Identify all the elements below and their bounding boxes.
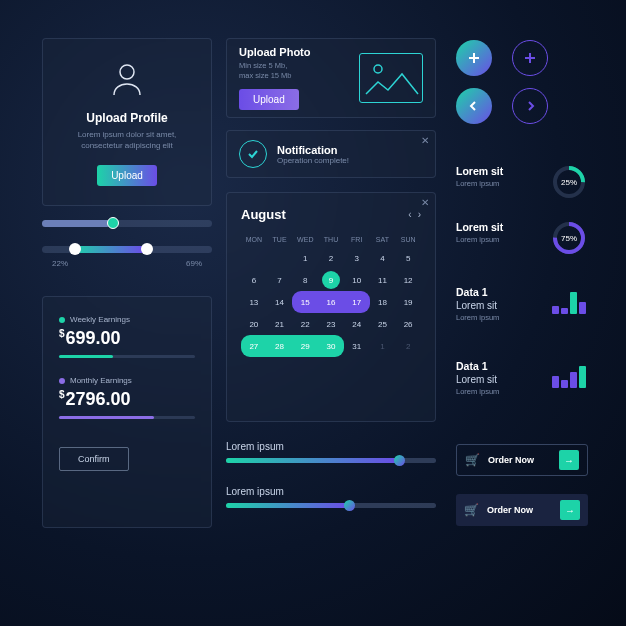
calendar-day[interactable]: 6 [241, 269, 267, 291]
circle-button-group [456, 40, 548, 124]
calendar-card: ✕ August ‹ › MONTUEWEDTHUFRISATSUN123456… [226, 192, 436, 422]
add-button-filled[interactable] [456, 40, 492, 76]
calendar-day[interactable]: 5 [395, 247, 421, 269]
upload-photo-title: Upload Photo [239, 46, 311, 58]
image-placeholder-icon [359, 53, 423, 103]
calendar-day[interactable]: 25 [370, 313, 396, 335]
cart-icon: 🛒 [464, 503, 479, 517]
confirm-button[interactable]: Confirm [59, 447, 129, 471]
notification-message: Operation complete! [277, 156, 349, 165]
calendar-day[interactable]: 23 [318, 313, 344, 335]
order-now-button-outline[interactable]: 🛒 Order Now → [456, 444, 588, 476]
calendar-day[interactable]: 15 [292, 291, 318, 313]
mini-bar-chart [552, 284, 586, 314]
upload-photo-desc: Min size 5 Mb,max size 15 Mb [239, 61, 311, 81]
weekly-earnings-value: $699.00 [59, 328, 195, 349]
stat-donut-2: Lorem sit Lorem ipsum 75% [456, 221, 586, 244]
monthly-earnings-value: $2796.00 [59, 389, 195, 410]
arrow-right-icon: → [560, 500, 580, 520]
slider-range[interactable]: 22% 69% [42, 246, 212, 268]
calendar-day[interactable]: 7 [267, 269, 293, 291]
calendar-day[interactable]: 18 [370, 291, 396, 313]
slider-single[interactable] [42, 220, 212, 238]
prev-button-filled[interactable] [456, 88, 492, 124]
calendar-day[interactable]: 24 [344, 313, 370, 335]
arrow-right-icon: → [559, 450, 579, 470]
range-min-label: 22% [52, 259, 68, 268]
calendar-day[interactable]: 14 [267, 291, 293, 313]
calendar-prev-icon[interactable]: ‹ [408, 209, 411, 220]
calendar-day[interactable]: 1 [292, 247, 318, 269]
stat-bars-1: Data 1 Lorem sit Lorem ipsum [456, 286, 586, 322]
upload-photo-button[interactable]: Upload [239, 89, 299, 110]
notification-title: Notification [277, 144, 349, 156]
calendar-day[interactable]: 26 [395, 313, 421, 335]
next-button-outline[interactable] [512, 88, 548, 124]
svg-point-0 [120, 65, 134, 79]
svg-point-1 [374, 65, 382, 73]
donut-chart-icon: 25% [552, 165, 586, 199]
calendar-day[interactable]: 9 [322, 271, 340, 289]
calendar-day[interactable]: 31 [344, 335, 370, 357]
calendar-day[interactable]: 22 [292, 313, 318, 335]
add-button-outline[interactable] [512, 40, 548, 76]
calendar-day[interactable]: 19 [395, 291, 421, 313]
calendar-day[interactable]: 13 [241, 291, 267, 313]
calendar-day[interactable]: 2 [395, 335, 421, 357]
upload-profile-card: Upload Profile Lorem ipsum dolor sit ame… [42, 38, 212, 206]
calendar-day[interactable]: 3 [344, 247, 370, 269]
calendar-day[interactable]: 21 [267, 313, 293, 335]
order-now-button-filled[interactable]: 🛒 Order Now → [456, 494, 588, 526]
calendar-day[interactable]: 12 [395, 269, 421, 291]
upload-profile-desc: Lorem ipsum dolor sit amet, consectetur … [59, 129, 195, 151]
profile-icon [59, 59, 195, 103]
mini-bar-chart [552, 358, 586, 388]
calendar-day[interactable]: 2 [318, 247, 344, 269]
monthly-earnings-label: Monthly Earnings [70, 376, 132, 385]
calendar-day[interactable]: 28 [267, 335, 293, 357]
stat-bars-2: Data 1 Lorem sit Lorem ipsum [456, 360, 586, 396]
calendar-close-icon[interactable]: ✕ [421, 197, 429, 208]
calendar-day[interactable]: 11 [370, 269, 396, 291]
upload-photo-card: Upload Photo Min size 5 Mb,max size 15 M… [226, 38, 436, 118]
calendar-day[interactable]: 17 [344, 291, 370, 313]
checkmark-icon [239, 140, 267, 168]
close-icon[interactable]: ✕ [421, 135, 429, 146]
calendar-day[interactable]: 29 [292, 335, 318, 357]
calendar-day[interactable] [241, 247, 267, 269]
weekly-earnings-label: Weekly Earnings [70, 315, 130, 324]
upload-profile-title: Upload Profile [59, 111, 195, 125]
calendar-day[interactable] [267, 247, 293, 269]
calendar-day[interactable]: 4 [370, 247, 396, 269]
calendar-day[interactable]: 20 [241, 313, 267, 335]
calendar-month: August [241, 207, 286, 222]
calendar-next-icon[interactable]: › [418, 209, 421, 220]
lorem-slider-1[interactable]: Lorem ipsum [226, 441, 436, 463]
upload-profile-button[interactable]: Upload [97, 165, 157, 186]
range-max-label: 69% [186, 259, 202, 268]
donut-chart-icon: 75% [552, 221, 586, 255]
notification-card: ✕ Notification Operation complete! [226, 130, 436, 178]
calendar-day[interactable]: 8 [292, 269, 318, 291]
calendar-day[interactable]: 16 [318, 291, 344, 313]
cart-icon: 🛒 [465, 453, 480, 467]
earnings-card: Weekly Earnings $699.00 Monthly Earnings… [42, 296, 212, 528]
lorem-slider-2[interactable]: Lorem ipsum [226, 486, 436, 508]
calendar-grid: MONTUEWEDTHUFRISATSUN1234567891011121314… [241, 232, 421, 357]
calendar-day[interactable]: 10 [344, 269, 370, 291]
calendar-day[interactable]: 27 [241, 335, 267, 357]
stat-donut-1: Lorem sit Lorem ipsum 25% [456, 165, 586, 188]
calendar-day[interactable]: 30 [318, 335, 344, 357]
calendar-day[interactable]: 1 [370, 335, 396, 357]
